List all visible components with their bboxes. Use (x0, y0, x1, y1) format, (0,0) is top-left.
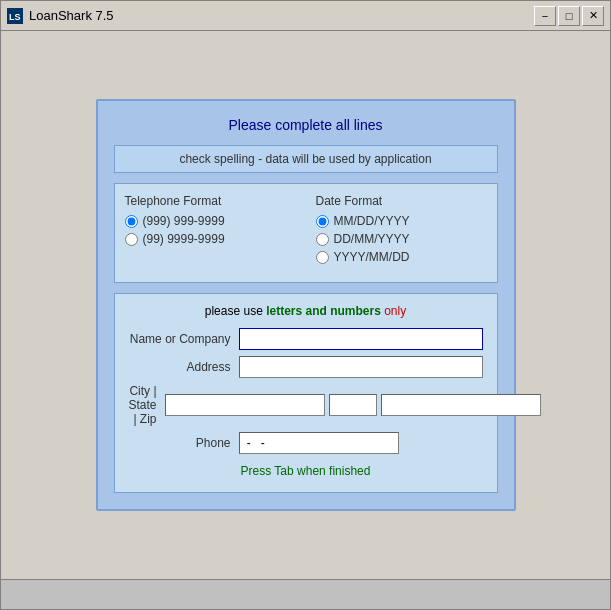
city-state-zip-label: City | State | Zip (129, 384, 165, 426)
app-icon: LS (7, 8, 23, 24)
address-row: Address (129, 356, 483, 378)
telephone-radio-1[interactable] (125, 215, 138, 228)
telephone-option-2[interactable]: (99) 9999-9999 (125, 232, 296, 246)
date-radio-1[interactable] (316, 215, 329, 228)
name-row: Name or Company (129, 328, 483, 350)
window-title: LoanShark 7.5 (29, 8, 114, 23)
dialog-box: Please complete all lines check spelling… (96, 99, 516, 511)
date-option-2-label: DD/MM/YYYY (334, 232, 410, 246)
date-radio-3[interactable] (316, 251, 329, 264)
telephone-radio-2[interactable] (125, 233, 138, 246)
dialog-title: Please complete all lines (114, 117, 498, 133)
window-content: Please complete all lines check spelling… (1, 31, 610, 579)
please-use-suffix: only (381, 304, 406, 318)
date-option-1[interactable]: MM/DD/YYYY (316, 214, 487, 228)
phone-input[interactable] (239, 432, 399, 454)
please-use-highlight: letters and numbers (266, 304, 381, 318)
phone-row: Phone (129, 432, 483, 454)
window-frame: LS LoanShark 7.5 − □ ✕ Please complete a… (0, 0, 611, 610)
name-input[interactable] (239, 328, 483, 350)
date-radio-2[interactable] (316, 233, 329, 246)
svg-text:LS: LS (9, 12, 21, 22)
date-option-3-label: YYYY/MM/DD (334, 250, 410, 264)
address-label: Address (129, 360, 239, 374)
please-use-text: please use letters and numbers only (129, 304, 483, 318)
date-option-3[interactable]: YYYY/MM/DD (316, 250, 487, 264)
taskbar (1, 579, 610, 609)
close-button[interactable]: ✕ (582, 6, 604, 26)
zip-input[interactable] (381, 394, 541, 416)
date-format-column: Date Format MM/DD/YYYY DD/MM/YYYY YYYY/M… (316, 194, 487, 268)
date-option-2[interactable]: DD/MM/YYYY (316, 232, 487, 246)
form-section: please use letters and numbers only Name… (114, 293, 498, 493)
title-bar-left: LS LoanShark 7.5 (7, 8, 114, 24)
telephone-option-1[interactable]: (999) 999-9999 (125, 214, 296, 228)
date-option-1-label: MM/DD/YYYY (334, 214, 410, 228)
title-bar: LS LoanShark 7.5 − □ ✕ (1, 1, 610, 31)
telephone-option-1-label: (999) 999-9999 (143, 214, 225, 228)
city-state-zip-row: City | State | Zip (129, 384, 483, 426)
address-input[interactable] (239, 356, 483, 378)
please-use-prefix: please use (205, 304, 266, 318)
spell-check-notice: check spelling - data will be used by ap… (114, 145, 498, 173)
telephone-format-column: Telephone Format (999) 999-9999 (99) 999… (125, 194, 296, 268)
restore-button[interactable]: □ (558, 6, 580, 26)
city-input[interactable] (165, 394, 325, 416)
date-format-label: Date Format (316, 194, 487, 208)
title-bar-controls: − □ ✕ (534, 6, 604, 26)
format-section: Telephone Format (999) 999-9999 (99) 999… (114, 183, 498, 283)
phone-label: Phone (129, 436, 239, 450)
press-tab-text: Press Tab when finished (129, 464, 483, 478)
telephone-format-label: Telephone Format (125, 194, 296, 208)
telephone-option-2-label: (99) 9999-9999 (143, 232, 225, 246)
minimize-button[interactable]: − (534, 6, 556, 26)
state-input[interactable] (329, 394, 377, 416)
name-label: Name or Company (129, 332, 239, 346)
